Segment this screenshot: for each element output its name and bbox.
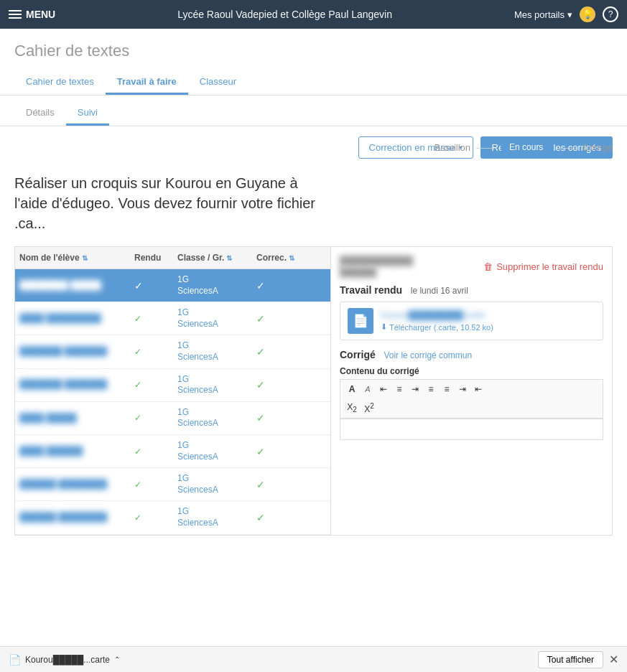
editor-align-right-btn[interactable]: ⇥ — [408, 383, 422, 396]
student-name: ██████ ████████ — [19, 512, 107, 523]
correc-cell: ✓ — [252, 501, 310, 533]
work-submitted-title: Travail rendu — [340, 284, 402, 296]
table-row[interactable]: ███████ ███████ ✓ 1G SciencesA ✓ — [15, 335, 330, 368]
table-row[interactable]: ████████ █████ ✓ 1G SciencesA ✓ — [15, 269, 330, 302]
table-row[interactable]: ███████ ███████ ✓ 1G SciencesA ✓ — [15, 369, 330, 402]
light-icon[interactable]: 💡 — [580, 6, 595, 22]
status-bar: Brouillon —— En cours —— Corrigé — [434, 140, 613, 154]
student-name-right: ████████████ ██████ — [340, 256, 413, 277]
tab-travail-a-faire[interactable]: Travail à faire — [106, 70, 188, 95]
status-corrected: Corrigé — [582, 142, 613, 153]
table-row[interactable]: ██████ ████████ ✓ 1G SciencesA ✓ — [15, 468, 330, 501]
rendu-cell: ✓ — [130, 402, 173, 434]
student-name-blurred-1: ████████████ — [340, 256, 413, 266]
tab-cahier-de-textes[interactable]: Cahier de textes — [14, 70, 106, 95]
table-row[interactable]: ██████ ████████ ✓ 1G SciencesA ✓ — [15, 501, 330, 534]
file-type-icon: 📄 — [348, 308, 373, 334]
student-name-cell: ███████ ███████ — [15, 369, 130, 401]
th-nom: Nom de l'élève ⇅ — [15, 247, 130, 269]
class-cell: 1G SciencesA — [173, 435, 252, 467]
rendu-cell: ✓ — [130, 435, 173, 467]
corrected-title: Corrigé — [340, 349, 376, 360]
student-name-cell: ████████ █████ — [15, 269, 130, 302]
file-info: Kourou█████████.carte ⬇ Télécharger (.ca… — [381, 310, 493, 332]
editor-superscript-btn[interactable]: X2 — [362, 401, 376, 416]
class-cell: 1G SciencesA — [173, 468, 252, 500]
check-rendu-icon: ✓ — [134, 280, 143, 291]
class-cell: 1G SciencesA — [173, 269, 252, 302]
help-icon[interactable]: ? — [603, 6, 618, 22]
check-correc-icon: ✓ — [256, 412, 265, 424]
editor-ol-btn[interactable]: ≡ — [424, 383, 438, 396]
download-icon: ⬇ — [381, 322, 387, 332]
class-cell: 1G SciencesA — [173, 335, 252, 368]
student-name: ████ █████████ — [19, 313, 101, 325]
student-name-cell: ████ ██████ — [15, 435, 130, 467]
corrected-section: Corrigé Voir le corrigé commun — [340, 349, 603, 360]
check-rendu-icon: ✓ — [134, 413, 141, 423]
student-name-cell: ██████ ████████ — [15, 501, 130, 533]
check-correc-icon: ✓ — [256, 512, 265, 523]
class-cell: 1G SciencesA — [173, 302, 252, 335]
status-dots-2: —— — [557, 142, 576, 153]
work-submitted-section: Travail rendu le lundi 16 avril — [340, 284, 603, 296]
table-row[interactable]: ████ ██████ ✓ 1G SciencesA ✓ — [15, 435, 330, 468]
check-correc-icon: ✓ — [256, 313, 265, 325]
editor-italic-btn[interactable]: A — [361, 383, 375, 395]
portals-button[interactable]: Mes portails ▾ — [514, 9, 572, 20]
correc-cell: ✓ — [252, 468, 310, 500]
editor-ul-btn[interactable]: ≡ — [440, 383, 454, 396]
student-name: ███████ ███████ — [19, 346, 107, 358]
rendu-cell: ✓ — [130, 269, 173, 302]
rendu-cell: ✓ — [130, 501, 173, 533]
tab-details[interactable]: Détails — [14, 101, 66, 126]
check-rendu-icon: ✓ — [134, 347, 141, 357]
check-rendu-icon: ✓ — [134, 447, 141, 457]
sub-tabs: Détails Suivi — [0, 95, 627, 126]
delete-work-button[interactable]: 🗑 Supprimer le travail rendu — [483, 261, 603, 272]
editor-align-center-btn[interactable]: ≡ — [392, 383, 407, 396]
topbar: MENU Lycée Raoul Vadepied et Collège Pau… — [0, 0, 627, 29]
tab-suivi[interactable]: Suivi — [66, 101, 109, 126]
table-row[interactable]: ████ █████ ✓ 1G SciencesA ✓ — [15, 402, 330, 435]
editor-area[interactable] — [340, 419, 603, 440]
topbar-title: Lycée Raoul Vadepied et Collège Paul Lan… — [55, 9, 514, 20]
editor-subscript-btn[interactable]: X2 — [345, 401, 359, 416]
student-name: ██████ ████████ — [19, 479, 107, 490]
correc-cell: ✓ — [252, 435, 310, 467]
sort-correc-icon: ⇅ — [289, 254, 294, 262]
check-rendu-icon: ✓ — [134, 513, 141, 523]
table-row[interactable]: ████ █████████ ✓ 1G SciencesA ✓ — [15, 302, 330, 335]
tab-classeur[interactable]: Classeur — [188, 70, 248, 95]
hamburger-icon — [9, 10, 22, 19]
view-corrected-link[interactable]: Voir le corrigé commun — [384, 350, 472, 360]
correc-cell: ✓ — [252, 335, 310, 368]
class-cell: 1G SciencesA — [173, 402, 252, 434]
rendu-cell: ✓ — [130, 302, 173, 335]
correc-cell: ✓ — [252, 269, 310, 302]
th-classe: Classe / Gr. ⇅ — [173, 247, 252, 269]
student-name: ████ ██████ — [19, 446, 83, 457]
class-cell: 1G SciencesA — [173, 501, 252, 533]
topbar-right: Mes portails ▾ 💡 ? — [514, 6, 618, 22]
rendu-cell: ✓ — [130, 369, 173, 401]
rendu-cell: ✓ — [130, 335, 173, 368]
portals-label: Mes portails — [514, 9, 565, 20]
class-cell: 1G SciencesA — [173, 369, 252, 401]
editor-outdent-btn[interactable]: ⇤ — [471, 383, 486, 396]
rendu-cell: ✓ — [130, 468, 173, 500]
file-card[interactable]: 📄 Kourou█████████.carte ⬇ Télécharger (.… — [340, 302, 603, 340]
work-date: le lundi 16 avril — [411, 286, 468, 296]
student-table: Nom de l'élève ⇅ Rendu Classe / Gr. ⇅ Co… — [14, 246, 330, 536]
check-correc-icon: ✓ — [256, 346, 265, 358]
editor-bold-btn[interactable]: A — [345, 383, 359, 396]
page-header: Cahier de textes — [0, 29, 627, 65]
editor-sub-toolbar: X2 X2 — [340, 398, 603, 419]
menu-button[interactable]: MENU — [9, 9, 55, 20]
portals-caret-icon: ▾ — [567, 9, 572, 20]
file-download-link[interactable]: ⬇ Télécharger (.carte, 10.52 ko) — [381, 322, 493, 332]
th-correc: Correc. ⇅ — [252, 247, 310, 269]
editor-align-left-btn[interactable]: ⇤ — [376, 383, 391, 396]
editor-indent-btn[interactable]: ⇥ — [455, 383, 470, 396]
student-name-cell: ███████ ███████ — [15, 335, 130, 368]
